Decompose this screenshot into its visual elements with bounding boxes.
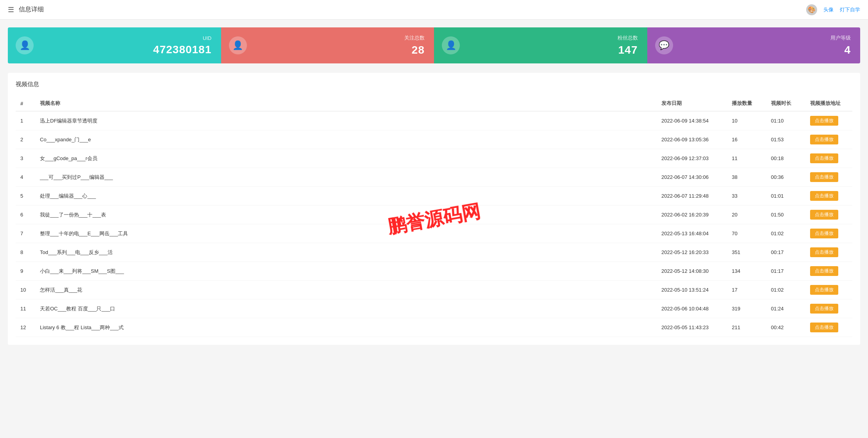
table-row: 9小白___来___列将___SM___S图___2022-05-12 14:0… bbox=[16, 262, 852, 281]
row-url: 点击播放 bbox=[805, 205, 852, 224]
row-plays: 16 bbox=[727, 130, 766, 149]
table-row: 5处理___编辑器___心___2022-06-07 11:29:483301:… bbox=[16, 187, 852, 205]
header-right: 🎨 头像 灯下自学 bbox=[806, 4, 860, 15]
play-button[interactable]: 点击播放 bbox=[810, 247, 838, 257]
row-index: 9 bbox=[16, 262, 35, 281]
user-name-link[interactable]: 灯下自学 bbox=[840, 6, 860, 13]
row-date: 2022-06-02 16:20:39 bbox=[657, 205, 727, 224]
row-index: 1 bbox=[16, 111, 35, 130]
uid-value: 472380181 bbox=[41, 43, 212, 56]
row-url: 点击播放 bbox=[805, 281, 852, 299]
row-plays: 134 bbox=[727, 262, 766, 281]
row-plays: 17 bbox=[727, 281, 766, 299]
avatar-link[interactable]: 头像 bbox=[823, 6, 834, 13]
row-duration: 01:10 bbox=[766, 111, 805, 130]
table-row: 6我徒___了一份热___十___表2022-06-02 16:20:39200… bbox=[16, 205, 852, 224]
row-title: 怎样活___真___花 bbox=[35, 281, 657, 299]
stat-card-following: 👤 关注总数 28 bbox=[221, 27, 434, 63]
row-duration: 01:24 bbox=[766, 299, 805, 318]
row-duration: 01:02 bbox=[766, 281, 805, 299]
play-button[interactable]: 点击播放 bbox=[810, 229, 838, 238]
play-button[interactable]: 点击播放 bbox=[810, 266, 838, 276]
row-url: 点击播放 bbox=[805, 130, 852, 149]
stat-card-uid: 👤 UID 472380181 bbox=[8, 27, 221, 63]
row-duration: 01:53 bbox=[766, 130, 805, 149]
table-row: 1迅上DF编辑器章节透明度2022-06-09 14:38:541001:10点… bbox=[16, 111, 852, 130]
row-date: 2022-05-12 16:20:33 bbox=[657, 243, 727, 262]
table-row: 7整理___十年的电___E___网岳___工具2022-05-13 16:48… bbox=[16, 224, 852, 243]
row-date: 2022-06-09 14:38:54 bbox=[657, 111, 727, 130]
table-row: 3女___gCode_pa___r会员2022-06-09 12:37:0311… bbox=[16, 149, 852, 168]
row-plays: 10 bbox=[727, 111, 766, 130]
row-plays: 38 bbox=[727, 168, 766, 187]
play-button[interactable]: 点击播放 bbox=[810, 172, 838, 182]
col-header-0: # bbox=[16, 96, 35, 111]
col-header-5: 视频播放地址 bbox=[805, 96, 852, 111]
palette-icon[interactable]: 🎨 bbox=[806, 4, 817, 15]
play-button[interactable]: 点击播放 bbox=[810, 323, 838, 332]
page-title: 信息详细 bbox=[19, 5, 44, 14]
followers-icon: 👤 bbox=[442, 36, 460, 54]
row-duration: 00:36 bbox=[766, 168, 805, 187]
row-title: Listary 6 教___程 Lista___两种___式 bbox=[35, 318, 657, 337]
stat-card-followers: 👤 粉丝总数 147 bbox=[434, 27, 647, 63]
play-button[interactable]: 点击播放 bbox=[810, 116, 838, 126]
play-button[interactable]: 点击播放 bbox=[810, 304, 838, 314]
row-duration: 01:02 bbox=[766, 224, 805, 243]
play-button[interactable]: 点击播放 bbox=[810, 153, 838, 163]
row-index: 7 bbox=[16, 224, 35, 243]
play-button[interactable]: 点击播放 bbox=[810, 285, 838, 295]
followers-content: 粉丝总数 147 bbox=[467, 34, 638, 56]
row-duration: 00:17 bbox=[766, 243, 805, 262]
row-title: 整理___十年的电___E___网岳___工具 bbox=[35, 224, 657, 243]
row-date: 2022-05-05 11:43:23 bbox=[657, 318, 727, 337]
row-date: 2022-06-07 14:30:06 bbox=[657, 168, 727, 187]
followers-label: 粉丝总数 bbox=[467, 34, 638, 41]
row-title: Co___xpande_门___e bbox=[35, 130, 657, 149]
row-title: 处理___编辑器___心___ bbox=[35, 187, 657, 205]
row-url: 点击播放 bbox=[805, 299, 852, 318]
col-header-1: 视频名称 bbox=[35, 96, 657, 111]
row-date: 2022-06-09 12:37:03 bbox=[657, 149, 727, 168]
level-value: 4 bbox=[680, 44, 851, 56]
row-title: ___可___买到过P___编辑器___ bbox=[35, 168, 657, 187]
level-content: 用户等级 4 bbox=[680, 34, 851, 56]
row-date: 2022-06-07 11:29:48 bbox=[657, 187, 727, 205]
row-index: 6 bbox=[16, 205, 35, 224]
row-index: 5 bbox=[16, 187, 35, 205]
row-index: 11 bbox=[16, 299, 35, 318]
row-url: 点击播放 bbox=[805, 187, 852, 205]
uid-label: UID bbox=[41, 35, 212, 41]
row-index: 8 bbox=[16, 243, 35, 262]
row-index: 2 bbox=[16, 130, 35, 149]
row-date: 2022-06-09 13:05:36 bbox=[657, 130, 727, 149]
play-button[interactable]: 点击播放 bbox=[810, 210, 838, 220]
row-url: 点击播放 bbox=[805, 168, 852, 187]
uid-icon: 👤 bbox=[16, 36, 34, 54]
row-url: 点击播放 bbox=[805, 224, 852, 243]
row-duration: 01:50 bbox=[766, 205, 805, 224]
row-url: 点击播放 bbox=[805, 318, 852, 337]
stats-row: 👤 UID 472380181 👤 关注总数 28 👤 粉丝总数 147 💬 用… bbox=[8, 27, 860, 63]
following-content: 关注总数 28 bbox=[254, 34, 425, 56]
row-url: 点击播放 bbox=[805, 149, 852, 168]
table-row: 8Tod___系列___电___反乡___活2022-05-12 16:20:3… bbox=[16, 243, 852, 262]
row-index: 3 bbox=[16, 149, 35, 168]
col-header-3: 播放数量 bbox=[727, 96, 766, 111]
video-table: #视频名称发布日期播放数量视频时长视频播放地址 1迅上DF编辑器章节透明度202… bbox=[16, 96, 852, 337]
row-plays: 70 bbox=[727, 224, 766, 243]
table-row: 10怎样活___真___花2022-05-10 13:51:241701:02点… bbox=[16, 281, 852, 299]
play-button[interactable]: 点击播放 bbox=[810, 191, 838, 201]
row-duration: 01:01 bbox=[766, 187, 805, 205]
row-index: 12 bbox=[16, 318, 35, 337]
header: ☰ 信息详细 🎨 头像 灯下自学 bbox=[0, 0, 868, 20]
play-button[interactable]: 点击播放 bbox=[810, 135, 838, 144]
row-url: 点击播放 bbox=[805, 243, 852, 262]
row-plays: 33 bbox=[727, 187, 766, 205]
row-title: 天若OC___教程 百度___只___口 bbox=[35, 299, 657, 318]
row-duration: 00:42 bbox=[766, 318, 805, 337]
row-title: 小白___来___列将___SM___S图___ bbox=[35, 262, 657, 281]
following-value: 28 bbox=[254, 44, 425, 56]
menu-icon[interactable]: ☰ bbox=[8, 5, 14, 14]
row-plays: 11 bbox=[727, 149, 766, 168]
